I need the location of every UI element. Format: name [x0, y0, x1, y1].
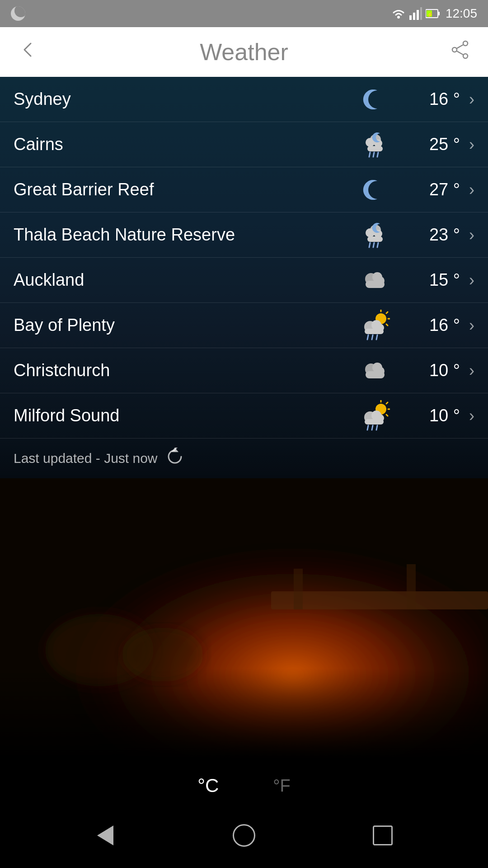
wifi-icon: [391, 7, 406, 20]
moon-rain-icon: [358, 219, 390, 251]
celsius-button[interactable]: °C: [197, 775, 219, 797]
temperature-thala-beach: 23 °: [406, 225, 460, 245]
city-name-milford-sound: Milford Sound: [14, 406, 352, 425]
temperature-christchurch: 10 °: [406, 361, 460, 380]
moon-icon: [358, 84, 390, 115]
weather-list: Sydney 16 ° › Cairns 25 ° › Great Barrie…: [0, 77, 488, 439]
battery-icon: ⚡: [426, 9, 440, 19]
status-bar: ⚡ 12:05: [0, 0, 488, 27]
svg-rect-41: [365, 329, 384, 334]
fahrenheit-button[interactable]: °F: [273, 776, 290, 796]
chevron-icon-bay-of-plenty: ›: [469, 316, 474, 335]
weather-icon-sydney: [352, 84, 397, 115]
share-button[interactable]: [450, 40, 470, 64]
signal-icon: [409, 7, 422, 20]
city-name-great-barrier-reef: Great Barrier Reef: [14, 180, 352, 199]
weather-row-milford-sound[interactable]: Milford Sound 10 ° ›: [0, 393, 488, 439]
svg-point-69: [122, 627, 203, 682]
sun-rain-icon: [358, 310, 390, 341]
city-name-auckland: Auckland: [14, 270, 352, 290]
svg-line-20: [377, 152, 378, 157]
svg-line-26: [373, 243, 374, 247]
background-svg: [0, 478, 488, 759]
last-updated-bar: Last updated - Just now: [0, 439, 488, 478]
svg-point-10: [452, 47, 457, 52]
svg-line-61: [376, 425, 377, 430]
weather-row-thala-beach[interactable]: Thala Beach Nature Reserve 23 ° ›: [0, 212, 488, 258]
temperature-milford-sound: 10 °: [406, 406, 460, 425]
svg-line-53: [386, 415, 388, 416]
svg-line-59: [367, 425, 368, 430]
weather-icon-milford-sound: [352, 400, 397, 432]
svg-rect-17: [367, 146, 383, 151]
svg-line-27: [377, 243, 378, 247]
city-name-christchurch: Christchurch: [14, 361, 352, 380]
svg-line-36: [386, 324, 388, 326]
svg-rect-67: [407, 564, 416, 609]
refresh-button[interactable]: [166, 448, 184, 469]
temperature-bay-of-plenty: 16 °: [406, 316, 460, 335]
svg-line-18: [369, 152, 370, 157]
weather-row-great-barrier-reef[interactable]: Great Barrier Reef 27 ° ›: [0, 167, 488, 212]
temperature-cairns: 25 °: [406, 135, 460, 154]
app-bar: Weather: [0, 27, 488, 77]
city-name-cairns: Cairns: [14, 135, 352, 154]
weather-row-auckland[interactable]: Auckland 15 ° ›: [0, 258, 488, 303]
moon-rain-icon: [358, 129, 390, 160]
temperature-auckland: 15 °: [406, 270, 460, 290]
city-name-sydney: Sydney: [14, 90, 352, 109]
temperature-great-barrier-reef: 27 °: [406, 180, 460, 199]
sun-rain-icon: [358, 400, 390, 432]
svg-line-25: [369, 243, 370, 247]
last-updated-text: Last updated - Just now: [14, 451, 158, 466]
weather-icon-bay-of-plenty: [352, 310, 397, 341]
svg-rect-66: [294, 569, 303, 609]
unit-bar: °C °F: [0, 759, 488, 813]
status-time: 12:05: [446, 6, 477, 21]
svg-line-44: [376, 335, 377, 340]
svg-rect-2: [413, 13, 415, 20]
nav-recents-button[interactable]: [369, 822, 396, 849]
city-name-thala-beach: Thala Beach Nature Reserve: [14, 225, 352, 245]
chevron-icon-sydney: ›: [469, 90, 474, 109]
svg-point-9: [463, 41, 468, 46]
svg-line-42: [367, 335, 368, 340]
back-button[interactable]: [18, 40, 38, 64]
svg-point-0: [397, 16, 400, 19]
weather-row-cairns[interactable]: Cairns 25 ° ›: [0, 122, 488, 167]
svg-line-51: [386, 402, 388, 404]
weather-icon-thala-beach: [352, 219, 397, 251]
weather-row-christchurch[interactable]: Christchurch 10 ° ›: [0, 348, 488, 393]
svg-line-13: [457, 51, 463, 55]
svg-line-60: [372, 425, 373, 430]
temperature-sydney: 16 °: [406, 90, 460, 109]
svg-rect-3: [417, 10, 419, 20]
chevron-icon-cairns: ›: [469, 135, 474, 154]
svg-line-34: [386, 312, 388, 313]
svg-line-19: [373, 152, 374, 157]
svg-rect-65: [271, 591, 488, 609]
svg-text:⚡: ⚡: [427, 11, 433, 18]
status-left: [11, 6, 25, 21]
svg-point-11: [463, 54, 468, 58]
weather-icon-great-barrier-reef: [352, 174, 397, 206]
chevron-icon-great-barrier-reef: ›: [469, 180, 474, 199]
svg-rect-31: [366, 281, 385, 288]
weather-icon-cairns: [352, 129, 397, 160]
svg-rect-4: [420, 7, 422, 20]
status-right: ⚡ 12:05: [391, 6, 477, 21]
chevron-icon-milford-sound: ›: [469, 406, 474, 425]
nav-home-button[interactable]: [230, 822, 258, 849]
city-name-bay-of-plenty: Bay of Plenty: [14, 316, 352, 335]
page-title: Weather: [200, 38, 288, 66]
svg-line-12: [457, 45, 463, 48]
chevron-icon-christchurch: ›: [469, 361, 474, 380]
moon-icon: [358, 174, 390, 206]
svg-rect-6: [438, 12, 440, 15]
weather-row-bay-of-plenty[interactable]: Bay of Plenty 16 ° ›: [0, 303, 488, 348]
weather-icon-christchurch: [352, 355, 397, 387]
weather-row-sydney[interactable]: Sydney 16 ° ›: [0, 77, 488, 122]
cloudy-icon: [358, 264, 390, 296]
svg-rect-48: [366, 371, 385, 378]
nav-back-button[interactable]: [92, 822, 119, 849]
